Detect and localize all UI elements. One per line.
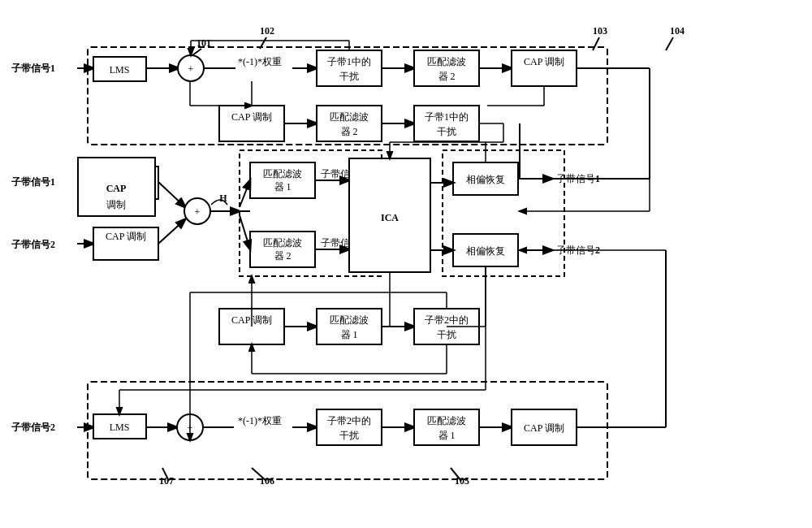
inter2-bot-label2: 干扰 bbox=[437, 329, 456, 340]
mf1-bot-label2: 器 1 bbox=[341, 329, 358, 340]
phase2-label: 相偏恢复 bbox=[466, 245, 505, 257]
ref104: 104 bbox=[670, 25, 685, 37]
svg-line-8 bbox=[593, 37, 599, 50]
diagram-container: 子带信号1 LMS + *(-1)*权重 子带1中的 干扰 匹配滤波 器 2 C… bbox=[0, 0, 812, 528]
weight1-label: *(-1)*权重 bbox=[238, 56, 282, 67]
mf2-lower-label1: 匹配滤波 bbox=[263, 237, 302, 249]
mf1-upper-label2: 器 1 bbox=[274, 181, 292, 193]
ref102: 102 bbox=[260, 25, 274, 37]
inter1-top-label2: 干扰 bbox=[339, 71, 359, 82]
mf2-top-label1: 匹配滤波 bbox=[427, 56, 466, 67]
inter1-mid-label1: 子带1中的 bbox=[425, 111, 469, 123]
H-label: H bbox=[219, 193, 227, 204]
inter2-bot-label1: 子带2中的 bbox=[425, 314, 469, 326]
sb1-in-label: 子带信号1 bbox=[11, 176, 55, 188]
lms1-label: LMS bbox=[110, 64, 130, 76]
sum2-plus: + bbox=[195, 206, 201, 218]
lms2-label: LMS bbox=[110, 422, 130, 433]
svg-line-15 bbox=[158, 219, 185, 244]
svg-line-13 bbox=[158, 182, 185, 207]
mf1-bot-right-label1: 匹配滤波 bbox=[427, 415, 466, 426]
inter1-mid-label2: 干扰 bbox=[437, 126, 456, 137]
inter2-bot2-label2: 干扰 bbox=[339, 430, 359, 441]
cap-bot-right-label: CAP 调制 bbox=[524, 422, 564, 434]
svg-line-6 bbox=[192, 49, 201, 55]
inter1-top-label1: 子带1中的 bbox=[327, 56, 371, 67]
mf2-lower-label2: 器 2 bbox=[274, 250, 292, 262]
sb2-in-label: 子带信号2 bbox=[11, 239, 55, 250]
svg-line-9 bbox=[666, 37, 673, 50]
top-output-label: 子带信号1 bbox=[11, 63, 55, 74]
ref103: 103 bbox=[593, 25, 607, 37]
cap-detected-label: CAP bbox=[106, 183, 127, 194]
cap-detected-sublabel: 调制 bbox=[106, 199, 126, 210]
weight2-label: *(-1)*权重 bbox=[238, 415, 282, 426]
ref105: 105 bbox=[455, 475, 469, 487]
mf2-top-label2: 器 2 bbox=[438, 71, 456, 82]
cap-top-right-label1: CAP 调制 bbox=[524, 56, 564, 67]
mf1-bot-label1: 匹配滤波 bbox=[330, 314, 369, 326]
phase1-label: 相偏恢复 bbox=[466, 174, 505, 185]
mf2-mid-label1: 匹配滤波 bbox=[330, 111, 369, 123]
cap-left-bot-label1: CAP 调制 bbox=[106, 231, 146, 242]
cap-mid-top-label1: CAP 调制 bbox=[231, 111, 272, 123]
mf1-upper-label1: 匹配滤波 bbox=[263, 168, 302, 180]
inter2-bot2-label1: 子带2中的 bbox=[327, 415, 371, 426]
ica-label: ICA bbox=[381, 212, 399, 223]
sum1-plus: + bbox=[188, 63, 194, 75]
sb2-out-label: 子带信号2 bbox=[11, 422, 55, 433]
mf1-bot-right-label2: 器 1 bbox=[438, 430, 456, 441]
mf2-mid-label2: 器 2 bbox=[341, 126, 358, 137]
